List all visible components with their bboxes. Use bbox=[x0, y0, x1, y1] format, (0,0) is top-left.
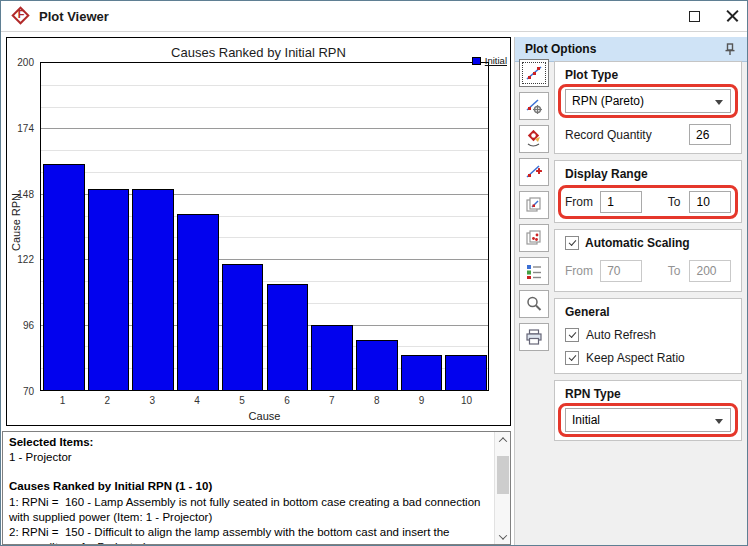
auto-refresh-checkbox[interactable] bbox=[565, 328, 579, 342]
chevron-down-icon bbox=[715, 419, 723, 424]
y-tick-label: 174 bbox=[17, 122, 34, 133]
scaling-from-label: From bbox=[565, 264, 600, 278]
selected-items-header: Selected Items: bbox=[9, 435, 488, 450]
display-range-from-input[interactable]: 1 bbox=[600, 191, 642, 213]
display-range-to-label: To bbox=[668, 195, 690, 209]
bar-cause-2 bbox=[88, 189, 130, 390]
keep-aspect-ratio-label: Keep Aspect Ratio bbox=[586, 351, 685, 365]
section-general: General Auto Refresh Keep Aspect Ratio bbox=[554, 298, 742, 374]
record-quantity-input[interactable]: 26 bbox=[689, 124, 731, 145]
plot-type-icon[interactable] bbox=[519, 59, 549, 87]
automatic-scaling-title: Automatic Scaling bbox=[585, 236, 690, 250]
copy-plot-icon[interactable] bbox=[519, 224, 549, 252]
check-icon bbox=[568, 353, 576, 361]
general-title: General bbox=[565, 305, 731, 319]
y-tick-label: 148 bbox=[17, 188, 34, 199]
details-panel: Selected Items: 1 - Projector Causes Ran… bbox=[2, 431, 511, 545]
display-range-title: Display Range bbox=[565, 167, 731, 181]
details-text: Selected Items: 1 - Projector Causes Ran… bbox=[3, 432, 494, 544]
bar-cause-6 bbox=[267, 284, 309, 390]
pin-icon[interactable] bbox=[724, 43, 736, 56]
keep-aspect-ratio-checkbox[interactable] bbox=[565, 351, 579, 365]
bar-cause-7 bbox=[311, 325, 353, 390]
auto-refresh-label: Auto Refresh bbox=[586, 328, 656, 342]
chart-legend[interactable]: Initial bbox=[472, 55, 507, 66]
bar-cause-4 bbox=[177, 214, 219, 390]
plot-options-title: Plot Options bbox=[525, 42, 596, 56]
plot-type-dropdown[interactable]: RPN (Pareto) bbox=[565, 89, 731, 113]
x-tick-label: 6 bbox=[265, 395, 310, 406]
x-tick-label: 7 bbox=[309, 395, 354, 406]
close-button[interactable] bbox=[726, 10, 739, 23]
bar-cause-1 bbox=[43, 164, 85, 390]
x-axis-label: Cause bbox=[40, 410, 489, 422]
plot-toolbar bbox=[519, 59, 551, 356]
window-title: Plot Viewer bbox=[39, 9, 109, 24]
scrollbar-thumb[interactable] bbox=[497, 456, 509, 494]
gridline-minor bbox=[41, 107, 488, 108]
y-tick-label: 122 bbox=[17, 254, 34, 265]
gridline-minor bbox=[41, 150, 488, 151]
check-icon bbox=[568, 330, 576, 338]
plot-type-value: RPN (Pareto) bbox=[572, 94, 644, 108]
bar-cause-9 bbox=[401, 355, 443, 390]
legend-swatch-initial bbox=[472, 57, 481, 65]
plot-setup-icon[interactable] bbox=[519, 92, 549, 120]
check-icon bbox=[568, 238, 576, 246]
x-tick-label: 4 bbox=[175, 395, 220, 406]
chevron-down-icon bbox=[715, 100, 723, 105]
selected-item: 1 - Projector bbox=[9, 450, 488, 465]
y-tick-label: 96 bbox=[23, 320, 34, 331]
section-automatic-scaling: Automatic Scaling From 70 To 200 bbox=[554, 229, 742, 292]
rpn-stamp-icon[interactable] bbox=[519, 125, 549, 153]
scroll-up-icon[interactable] bbox=[495, 432, 511, 447]
options-sections: Plot Type RPN (Pareto) Record Quantity 2… bbox=[554, 61, 742, 447]
app-icon: F bbox=[12, 7, 30, 25]
titlebar: F Plot Viewer bbox=[1, 1, 747, 32]
chart-title: Causes Ranked by Initial RPN bbox=[7, 45, 510, 60]
section-display-range: Display Range From 1 To 10 bbox=[554, 160, 742, 223]
x-axis-ticks: 12345678910 bbox=[40, 395, 489, 408]
chart-panel: Causes Ranked by Initial RPN Cause RPN 2… bbox=[6, 37, 511, 426]
gridline-major bbox=[41, 128, 488, 129]
bar-cause-5 bbox=[222, 264, 264, 390]
display-range-to-input[interactable]: 10 bbox=[689, 191, 731, 213]
plot-type-title: Plot Type bbox=[565, 68, 731, 82]
legend-label: Initial bbox=[485, 55, 507, 66]
y-tick-label: 70 bbox=[23, 386, 34, 397]
x-tick-label: 5 bbox=[220, 395, 265, 406]
record-quantity-label: Record Quantity bbox=[565, 128, 652, 142]
zoom-icon[interactable] bbox=[519, 290, 549, 318]
scroll-down-icon[interactable] bbox=[495, 529, 511, 544]
bar-cause-3 bbox=[132, 189, 174, 390]
plot-edit-icon[interactable] bbox=[519, 191, 549, 219]
ranking-header: Causes Ranked by Initial RPN (1 - 10) bbox=[9, 479, 488, 494]
maximize-button[interactable] bbox=[689, 11, 700, 22]
legend-list-icon[interactable] bbox=[519, 257, 549, 285]
scaling-from-input: 70 bbox=[600, 260, 642, 282]
x-tick-label: 1 bbox=[40, 395, 85, 406]
print-icon[interactable] bbox=[519, 323, 549, 351]
rpn-type-title: RPN Type bbox=[565, 387, 731, 401]
x-tick-label: 9 bbox=[399, 395, 444, 406]
y-tick-label: 200 bbox=[17, 57, 34, 68]
bar-cause-8 bbox=[356, 340, 398, 390]
x-tick-label: 2 bbox=[85, 395, 130, 406]
gridline-minor bbox=[41, 85, 488, 86]
ranking-line: 1: RPNi = 160 - Lamp Assembly is not ful… bbox=[9, 495, 488, 525]
rpn-type-dropdown[interactable]: Initial bbox=[565, 408, 731, 432]
rpn-type-value: Initial bbox=[572, 413, 600, 427]
details-scrollbar[interactable] bbox=[494, 432, 510, 544]
automatic-scaling-checkbox[interactable] bbox=[565, 236, 579, 250]
section-plot-type: Plot Type RPN (Pareto) Record Quantity 2… bbox=[554, 61, 742, 154]
ranking-line: 2: RPNi = 150 - Difficult to align the l… bbox=[9, 525, 488, 544]
plot-viewer-window: F Plot Viewer Causes Ranked by Initial R… bbox=[0, 0, 748, 546]
plot-area bbox=[40, 62, 489, 391]
x-tick-label: 8 bbox=[354, 395, 399, 406]
gridline-minor bbox=[41, 172, 488, 173]
x-tick-label: 3 bbox=[130, 395, 175, 406]
plot-options-panel: Plot Options bbox=[514, 37, 748, 546]
scaling-to-label: To bbox=[668, 264, 690, 278]
display-range-from-label: From bbox=[565, 195, 600, 209]
plot-add-icon[interactable] bbox=[519, 158, 549, 186]
